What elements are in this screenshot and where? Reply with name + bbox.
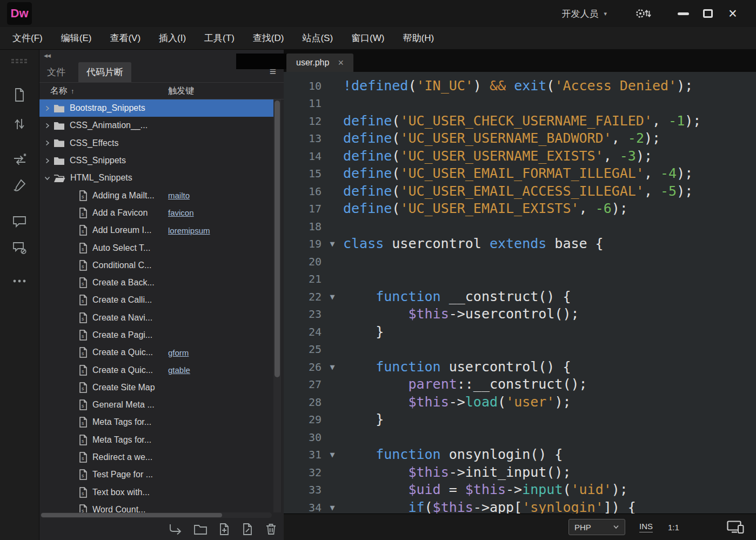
code-line[interactable]: 21 [284, 270, 756, 288]
chevron-right-icon[interactable] [39, 158, 53, 164]
snippet-trigger-link[interactable]: favicon [168, 208, 194, 217]
language-dropdown[interactable]: PHP [568, 519, 625, 535]
snippet-trigger-link[interactable]: loremipsum [168, 226, 210, 235]
document-tab[interactable]: user.php × [286, 54, 353, 72]
tree-snippet-row[interactable]: sText box with... [39, 484, 273, 501]
tree-snippet-row[interactable]: sCreate a Navi... [39, 309, 273, 326]
menu-item[interactable]: 编辑(E) [52, 32, 101, 44]
panel-horizontal-scrollbar[interactable] [41, 512, 272, 518]
code-line[interactable]: 34▼ if($this->app['synlogin']) { [284, 499, 756, 514]
close-tab-icon[interactable]: × [338, 58, 344, 68]
tree-folder-row[interactable]: CSS_Effects [39, 135, 273, 152]
maximize-button[interactable] [695, 3, 720, 24]
tree-snippet-row[interactable]: sAuto Select T... [39, 239, 273, 256]
extract-icon[interactable] [0, 178, 39, 192]
panel-tab-files[interactable]: 文件 [46, 62, 66, 82]
code-line[interactable]: 30 [284, 429, 756, 446]
scrollbar-thumb[interactable] [41, 513, 222, 517]
new-folder-icon[interactable] [193, 523, 208, 535]
insert-mode-indicator[interactable]: INS [639, 522, 653, 532]
fold-arrow-icon[interactable]: ▼ [322, 499, 343, 514]
code-line[interactable]: 31▼ function onsynlogin() { [284, 446, 756, 464]
tree-snippet-row[interactable]: sWord Count... [39, 501, 273, 512]
tree-snippet-row[interactable]: sCreate Site Map [39, 379, 273, 396]
more-options-icon[interactable] [0, 279, 39, 283]
column-header-trigger[interactable]: 触发键 [168, 85, 194, 97]
code-line[interactable]: 13define('UC_USER_USERNAME_BADWORD', -2)… [284, 130, 756, 148]
chevron-right-icon[interactable] [39, 123, 53, 129]
tree-snippet-row[interactable]: sCreate a Back... [39, 274, 273, 291]
delete-icon[interactable] [265, 523, 277, 536]
code-line[interactable]: 17define('UC_USER_EMAIL_EXISTS', -6); [284, 200, 756, 218]
snippet-trigger-link[interactable]: mailto [168, 191, 190, 200]
file-transfer-icon[interactable] [0, 117, 39, 131]
panel-vertical-scrollbar[interactable] [273, 99, 281, 512]
chevron-right-icon[interactable] [39, 105, 53, 111]
column-header-name[interactable]: 名称 ↑ [50, 85, 75, 97]
code-line[interactable]: 23 $this->usercontrol(); [284, 305, 756, 323]
collapse-panel-icon[interactable]: ◀◀ [44, 53, 50, 58]
tree-snippet-row[interactable]: sMeta Tags for... [39, 431, 273, 449]
snippet-trigger-link[interactable]: gtable [168, 365, 190, 375]
code-line[interactable]: 33 $uid = $this->input('uid'); [284, 481, 756, 499]
tree-folder-row[interactable]: CSS_Animation__... [39, 117, 273, 134]
sync-files-icon[interactable] [0, 152, 39, 167]
workspace-switcher[interactable]: 开发人员 ▾ [561, 8, 607, 20]
fold-arrow-icon[interactable]: ▼ [322, 288, 343, 306]
fold-arrow-icon[interactable]: ▼ [322, 358, 343, 376]
code-line[interactable]: 27 parent::__construct(); [284, 376, 756, 394]
panel-tab-snippets[interactable]: 代码片断 [78, 62, 131, 82]
code-line[interactable]: 15define('UC_USER_EMAIL_FORMAT_ILLEGAL',… [284, 165, 756, 183]
fold-arrow-icon[interactable]: ▼ [322, 446, 343, 464]
tree-snippet-row[interactable]: sGeneral Meta ... [39, 396, 273, 414]
tree-folder-row[interactable]: CSS_Snippets [39, 152, 273, 169]
code-line[interactable]: 12define('UC_USER_CHECK_USERNAME_FAILED'… [284, 112, 756, 130]
tree-snippet-row[interactable]: sCreate a Pagi... [39, 326, 273, 344]
menu-item[interactable]: 查看(V) [101, 32, 150, 44]
tree-snippet-row[interactable]: sAdd Loreum I...loremipsum [39, 222, 273, 239]
close-button[interactable]: × [720, 3, 745, 24]
menu-item[interactable]: 站点(S) [293, 32, 342, 44]
device-preview-icon[interactable] [727, 521, 744, 534]
minimize-button[interactable] [671, 3, 695, 24]
tree-snippet-row[interactable]: sTest Page for ... [39, 466, 273, 483]
tree-snippet-row[interactable]: sConditional C... [39, 257, 273, 274]
edit-snippet-icon[interactable] [242, 523, 254, 536]
fold-arrow-icon[interactable]: ▼ [322, 235, 343, 253]
menu-item[interactable]: 窗口(W) [342, 32, 393, 44]
tree-folder-row[interactable]: Bootstrap_Snippets [39, 99, 273, 117]
code-line[interactable]: 28 $this->load('user'); [284, 394, 756, 411]
tree-snippet-row[interactable]: sCreate a Calli... [39, 291, 273, 309]
code-line[interactable]: 29 } [284, 411, 756, 429]
snippet-trigger-link[interactable]: gform [168, 348, 189, 357]
tree-folder-row[interactable]: HTML_Snippets [39, 169, 273, 186]
chevron-down-icon[interactable] [39, 175, 53, 181]
code-line[interactable]: 20 [284, 253, 756, 271]
tree-snippet-row[interactable]: sCreate a Quic...gform [39, 344, 273, 361]
menu-item[interactable]: 工具(T) [195, 32, 244, 44]
chevron-right-icon[interactable] [39, 140, 53, 146]
code-line[interactable]: 18 [284, 218, 756, 236]
lint-icon[interactable] [0, 241, 39, 255]
new-snippet-icon[interactable] [218, 523, 231, 536]
app-logo[interactable]: Dw [7, 2, 32, 25]
code-line[interactable]: 32 $this->init_input(); [284, 464, 756, 482]
menu-item[interactable]: 插入(I) [150, 32, 195, 44]
tree-snippet-row[interactable]: sAdd a Faviconfavicon [39, 204, 273, 222]
code-line[interactable]: 16define('UC_USER_EMAIL_ACCESS_ILLEGAL',… [284, 183, 756, 201]
insert-snippet-icon[interactable] [168, 523, 183, 536]
code-line[interactable]: 14define('UC_USER_USERNAME_EXISTS', -3); [284, 148, 756, 165]
menu-item[interactable]: 文件(F) [3, 32, 52, 44]
tree-snippet-row[interactable]: sCreate a Quic...gtable [39, 361, 273, 378]
scrollbar-thumb[interactable] [275, 101, 280, 377]
code-line[interactable]: 24 } [284, 323, 756, 341]
code-line[interactable]: 11 [284, 95, 756, 112]
code-line[interactable]: 22▼ function __construct() { [284, 288, 756, 306]
comment-icon[interactable] [0, 215, 39, 229]
code-line[interactable]: 26▼ function usercontrol() { [284, 358, 756, 376]
code-line[interactable]: 9 [284, 72, 756, 77]
code-line[interactable]: 19▼class usercontrol extends base { [284, 235, 756, 253]
sync-settings-icon[interactable] [635, 7, 651, 20]
code-line[interactable]: 10!defined('IN_UC') && exit('Access Deni… [284, 77, 756, 95]
tree-snippet-row[interactable]: sAdding a Mailt...mailto [39, 186, 273, 204]
